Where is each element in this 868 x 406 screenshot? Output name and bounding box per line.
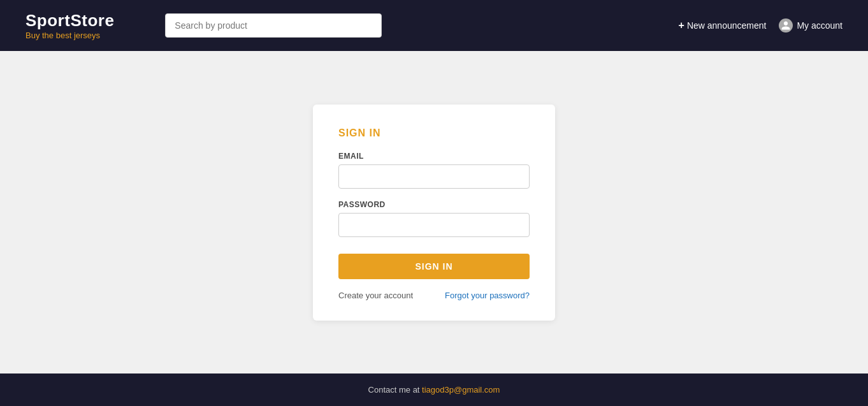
new-announcement-button[interactable]: + New announcement (679, 20, 767, 31)
search-container (165, 13, 382, 38)
forgot-password-link[interactable]: Forgot your password? (445, 291, 530, 300)
header: SportStore Buy the best jerseys + New an… (0, 0, 868, 51)
password-form-group: PASSWORD (338, 200, 530, 237)
header-actions: + New announcement My account (679, 18, 843, 33)
plus-icon: + (679, 20, 684, 31)
email-form-group: EMAIL (338, 152, 530, 189)
email-input[interactable] (338, 164, 530, 189)
password-label: PASSWORD (338, 200, 530, 209)
signin-card: SIGN IN EMAIL PASSWORD SIGN IN Create yo… (313, 105, 555, 321)
password-input[interactable] (338, 213, 530, 237)
signin-links: Create your account Forgot your password… (338, 291, 530, 300)
logo-title: SportStore (25, 11, 114, 31)
email-label: EMAIL (338, 152, 530, 161)
logo-subtitle: Buy the best jerseys (25, 31, 114, 40)
footer-email-link[interactable]: tiagod3p@gmail.com (422, 385, 500, 395)
signin-title: SIGN IN (338, 127, 530, 139)
create-account-link[interactable]: Create your account (338, 291, 413, 300)
account-icon (779, 18, 793, 33)
search-input[interactable] (165, 13, 382, 38)
logo-area: SportStore Buy the best jerseys (25, 11, 114, 40)
footer: Contact me at tiagod3p@gmail.com (0, 373, 868, 406)
signin-button[interactable]: SIGN IN (338, 254, 530, 279)
my-account-button[interactable]: My account (779, 18, 843, 33)
main-content: SIGN IN EMAIL PASSWORD SIGN IN Create yo… (0, 51, 868, 373)
footer-contact-text: Contact me at (368, 385, 420, 395)
my-account-label: My account (797, 20, 843, 31)
new-announcement-label: New announcement (687, 20, 767, 31)
